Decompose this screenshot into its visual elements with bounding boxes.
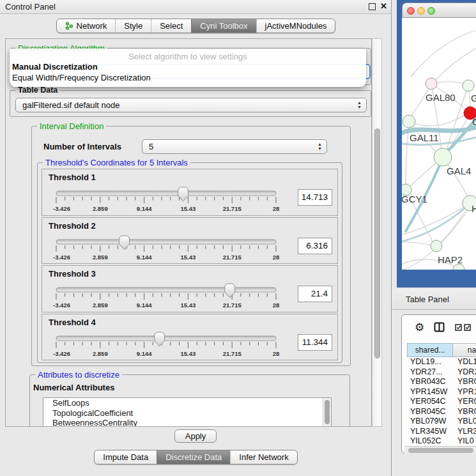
tab-cyni-toolbox[interactable]: Cyni Toolbox — [191, 19, 256, 33]
table-row[interactable]: YER054CYER0 — [407, 397, 476, 407]
table-row[interactable]: YBL079WYBL0 — [407, 417, 476, 427]
slider-thumb[interactable] — [119, 236, 130, 250]
attribute-list-item[interactable]: BetweennessCentrality — [43, 418, 331, 427]
tab-infer-network[interactable]: Infer Network — [230, 450, 296, 464]
thresholds-group-title: Threshold's Coordinates for 5 Intervals — [43, 158, 190, 167]
svg-text:21.715: 21.715 — [223, 254, 242, 261]
cell-shared-name: YPR145W — [407, 387, 453, 397]
threshold-panel: Threshold 1-3.4262.8599.14415.4321.71528… — [42, 169, 338, 216]
table-row[interactable]: YPR145WYPR1 — [407, 387, 476, 397]
column-checkboxes-icon[interactable] — [455, 324, 471, 331]
table-row[interactable]: YBR045CYBR0 — [407, 407, 476, 417]
cell-shared-name: YLR345W — [407, 427, 453, 437]
tab-impute-data[interactable]: Impute Data — [95, 450, 157, 464]
attribute-list-item[interactable]: TopologicalCoefficient — [43, 408, 331, 418]
tab-label: Select — [160, 21, 183, 31]
slider-thumb[interactable] — [225, 284, 235, 298]
svg-text:2.859: 2.859 — [93, 350, 108, 357]
column-header-name[interactable]: na — [453, 343, 476, 357]
cell-name: YBR0 — [453, 377, 476, 387]
svg-text:15.43: 15.43 — [181, 302, 196, 309]
table-rows[interactable]: YDL19...YDL1YDR27...YDR2YBR043CYBR0YPR14… — [407, 357, 476, 447]
table-row[interactable]: YLR345WYLR3 — [407, 427, 476, 437]
tab-network[interactable]: Network — [57, 19, 116, 33]
settings-scrollbar-thumb[interactable] — [374, 128, 380, 358]
split-view-icon[interactable] — [434, 322, 445, 335]
threshold-value-box[interactable]: 14.713 — [298, 189, 332, 206]
cell-shared-name: YBL079W — [407, 417, 453, 427]
network-node[interactable] — [463, 80, 474, 91]
bottom-tab-bar: Impute DataDiscretize DataInfer Network — [0, 450, 392, 464]
tab-style[interactable]: Style — [115, 19, 151, 33]
tab-jactivemnodules[interactable]: jActiveMNodules — [256, 19, 335, 33]
close-icon[interactable]: ✕ — [380, 1, 387, 11]
interval-definition-title: Interval Definition — [37, 121, 106, 131]
attributes-scrollbar[interactable] — [323, 398, 331, 427]
table-row[interactable]: YDR27...YDR2 — [407, 367, 476, 378]
network-window-titlebar[interactable] — [402, 3, 476, 18]
network-edge[interactable] — [445, 119, 476, 153]
svg-text:15.43: 15.43 — [181, 254, 196, 261]
threshold-slider[interactable]: -3.4262.8599.14415.4321.71528 — [52, 234, 302, 263]
threshold-label: Threshold 4 — [49, 318, 96, 327]
number-of-intervals-combo[interactable]: 5 ▲▼ — [142, 139, 327, 154]
threshold-slider[interactable]: -3.4262.8599.14415.4321.71528 — [52, 331, 302, 359]
threshold-label: Threshold 2 — [49, 221, 96, 231]
algorithm-prompt: Select algorithm to view settings — [10, 49, 366, 61]
attributes-scrollbar-thumb[interactable] — [325, 400, 330, 424]
network-node-label: C — [472, 116, 476, 127]
network-edge[interactable] — [411, 31, 475, 77]
bottom-tabs: Impute DataDiscretize DataInfer Network — [94, 450, 297, 464]
network-node[interactable] — [431, 240, 442, 252]
tab-label: Impute Data — [103, 452, 148, 462]
column-header-shared-name[interactable]: shared... — [407, 343, 453, 357]
table-data-combo-value: galFiltered.sif default node — [22, 100, 119, 110]
close-traffic-light-icon[interactable] — [407, 7, 415, 15]
threshold-value-box[interactable]: 6.316 — [298, 238, 332, 254]
float-icon[interactable] — [369, 3, 376, 10]
thresholds-group: Threshold's Coordinates for 5 Intervals … — [37, 162, 342, 363]
cell-shared-name: YBR045C — [407, 407, 453, 417]
tab-label: Style — [124, 21, 142, 31]
zoom-traffic-light-icon[interactable] — [427, 7, 435, 15]
threshold-slider[interactable]: -3.4262.8599.14415.4321.71528 — [52, 282, 302, 311]
attributes-group-title: Attributes to discretize — [35, 370, 122, 380]
attribute-list-item[interactable]: SelfLoops — [43, 398, 331, 408]
table-row[interactable]: YIL052CYIL0 — [407, 436, 476, 447]
table-row[interactable]: YBR043CYBR0 — [407, 377, 476, 387]
network-node[interactable] — [426, 78, 437, 89]
cell-name: YIL0 — [453, 436, 476, 447]
svg-text:28: 28 — [273, 205, 280, 212]
gear-icon[interactable]: ⚙ — [415, 321, 424, 334]
table-hscrollbar-thumb[interactable] — [408, 448, 473, 453]
network-icon — [65, 22, 73, 30]
settings-scrollbar[interactable] — [372, 38, 382, 427]
apply-button[interactable]: Apply — [174, 429, 217, 443]
table-hscrollbar[interactable] — [404, 446, 476, 454]
network-node-label: G — [471, 93, 476, 104]
threshold-value-box[interactable]: 11.344 — [298, 334, 332, 351]
network-edge[interactable] — [435, 49, 475, 81]
threshold-panel: Threshold 2-3.4262.8599.14415.4321.71528… — [42, 217, 338, 265]
numerical-attributes-list[interactable]: SelfLoopsTopologicalCoefficientBetweenne… — [43, 397, 332, 427]
network-node[interactable] — [434, 148, 452, 166]
network-node-label: GAL80 — [426, 92, 456, 103]
minimize-traffic-light-icon[interactable] — [417, 7, 425, 15]
algorithm-option-manual[interactable]: Manual Discretization — [10, 61, 366, 72]
tab-label: Infer Network — [239, 452, 288, 462]
tab-discretize-data[interactable]: Discretize Data — [157, 450, 230, 464]
threshold-slider[interactable]: -3.4262.8599.14415.4321.71528 — [52, 186, 302, 214]
network-node[interactable] — [403, 115, 415, 128]
slider-thumb[interactable] — [155, 332, 165, 346]
threshold-value-box[interactable]: 21.4 — [298, 286, 332, 302]
tab-select[interactable]: Select — [151, 19, 191, 33]
cell-name: YLR3 — [453, 427, 476, 437]
algorithm-option-equal-width[interactable]: Equal Width/Frequency Discretization — [10, 72, 366, 83]
table-row[interactable]: YDL19...YDL1 — [407, 357, 476, 367]
svg-text:28: 28 — [273, 302, 280, 309]
settings-viewport: Discretization Algorithm ▲▼ Select algor… — [5, 38, 372, 427]
tab-label: Discretize Data — [165, 452, 222, 462]
network-view-canvas[interactable]: GAL80GCGAL11GAL4GCY1HHAP2 — [402, 18, 476, 270]
threshold-label: Threshold 1 — [49, 173, 96, 182]
table-data-combo[interactable]: galFiltered.sif default node ▲▼ — [15, 98, 367, 112]
